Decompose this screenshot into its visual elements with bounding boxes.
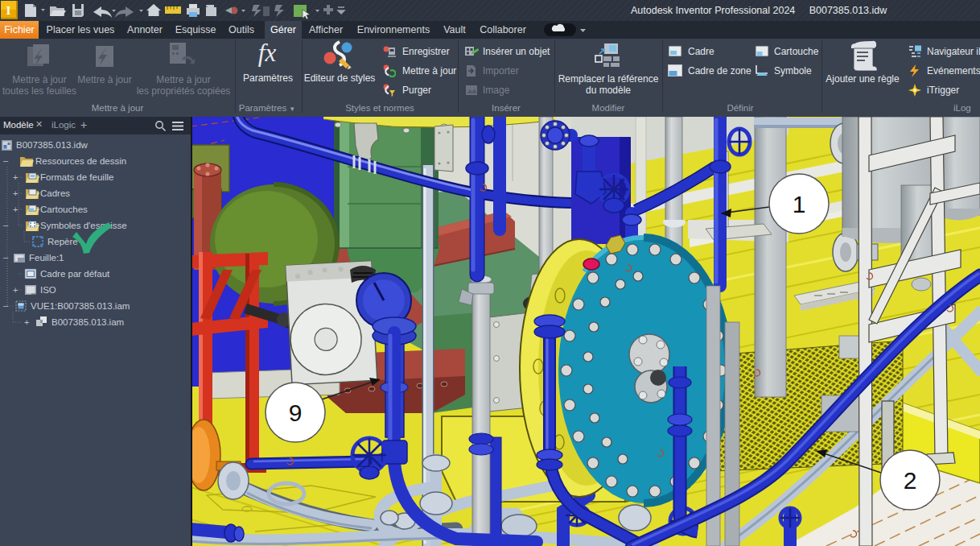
svg-text:Formats de feuille: Formats de feuille	[40, 172, 113, 182]
svg-text:I: I	[6, 4, 11, 17]
svg-text:+: +	[24, 317, 29, 327]
svg-text:B007385.013.idw: B007385.013.idw	[16, 140, 89, 150]
svg-text:Cartouches: Cartouches	[40, 205, 88, 214]
svg-text:1: 1	[793, 191, 806, 217]
svg-text:–: –	[3, 155, 9, 165]
svg-text:–: –	[3, 220, 9, 230]
svg-text:Cadre par défaut: Cadre par défaut	[40, 269, 110, 279]
svg-text:B007385.013.iam: B007385.013.iam	[51, 317, 124, 327]
svg-text:Cadres: Cadres	[40, 188, 70, 198]
svg-text:–: –	[3, 252, 9, 262]
svg-text:+: +	[13, 285, 18, 295]
svg-text:VUE1:B007385.013.iam: VUE1:B007385.013.iam	[31, 301, 130, 311]
svg-text:+: +	[13, 188, 18, 198]
svg-text:2: 2	[904, 467, 917, 494]
svg-text:Ressources de dessin: Ressources de dessin	[35, 156, 126, 166]
svg-text:9: 9	[289, 399, 303, 426]
svg-text:Symboles d'esquisse: Symboles d'esquisse	[40, 221, 127, 230]
svg-text:ISO: ISO	[40, 285, 56, 295]
svg-text:+: +	[13, 205, 18, 214]
svg-text:+: +	[13, 172, 18, 182]
svg-text:–: –	[3, 300, 9, 310]
svg-text:Repère: Repère	[47, 237, 78, 246]
svg-text:Feuille:1: Feuille:1	[29, 253, 64, 263]
